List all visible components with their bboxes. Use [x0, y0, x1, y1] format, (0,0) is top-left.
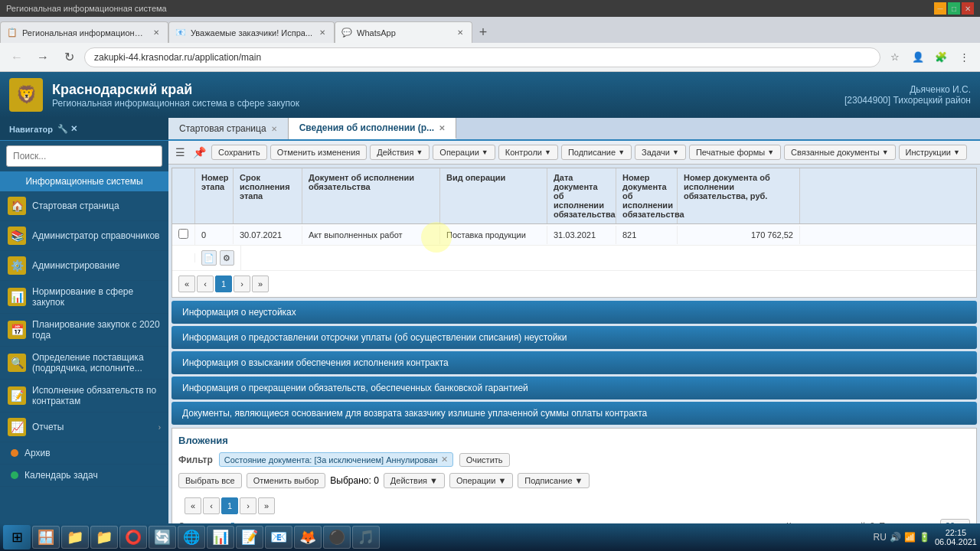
account-button[interactable]: 👤: [908, 47, 928, 67]
sidebar-item-contracts[interactable]: 📝 Исполнение обязательств по контрактам: [0, 380, 168, 412]
tab-close-1[interactable]: ✕: [151, 28, 162, 38]
filter-clear-button[interactable]: Очистить: [459, 453, 510, 467]
toolbar-linked-button[interactable]: Связанные документы ▼: [784, 145, 895, 160]
att-signing-button[interactable]: Подписание ▼: [518, 473, 590, 488]
taskbar-app-10[interactable]: 🦊: [294, 526, 322, 549]
close-button[interactable]: ✕: [962, 2, 974, 15]
minimize-button[interactable]: ─: [934, 2, 946, 15]
sidebar-item-supplier[interactable]: 🔍 Определение поставщика (подрядчика, ис…: [0, 347, 168, 380]
page-last[interactable]: »: [252, 276, 269, 292]
row-doc-icon[interactable]: 📄: [201, 250, 217, 266]
tab-3[interactable]: 💬 WhatsApp ✕: [335, 21, 472, 43]
menu-button[interactable]: ⋮: [954, 47, 974, 67]
tab-close-3[interactable]: ✕: [455, 28, 466, 38]
toolbar-print-arrow: ▼: [767, 148, 774, 156]
taskbar-app-9[interactable]: 📧: [265, 526, 292, 549]
att-page-last[interactable]: »: [258, 497, 275, 514]
sidebar-item-admin[interactable]: ⚙️ Администрирование: [0, 251, 168, 281]
extensions-button[interactable]: 🧩: [931, 47, 951, 67]
taskbar-start-button[interactable]: ⊞: [3, 525, 31, 549]
new-tab-button[interactable]: +: [472, 21, 494, 43]
tab-close-2[interactable]: ✕: [317, 28, 328, 38]
att-page-first[interactable]: «: [185, 497, 201, 514]
toolbar-cancel-button[interactable]: Отменить изменения: [270, 145, 368, 160]
sidebar-header-icons: 🔧 ✕: [57, 124, 77, 134]
att-page-prev[interactable]: ‹: [203, 497, 220, 514]
att-operations-arrow: ▼: [498, 476, 506, 485]
sidebar-item-start[interactable]: 🏠 Стартовая страница: [0, 191, 168, 221]
bookmark-button[interactable]: ☆: [885, 47, 905, 67]
tab-start-close[interactable]: ✕: [271, 125, 277, 133]
section-termination[interactable]: Информация о прекращении обязательств, о…: [172, 377, 977, 399]
section-docs-return[interactable]: Документы, являющиеся основанием для воз…: [172, 402, 977, 425]
td-exec-doc: Акт выполненных работ: [302, 226, 440, 244]
toolbar-instructions-button[interactable]: Инструкции ▼: [899, 145, 967, 160]
app-logo: 🦁: [9, 78, 43, 112]
maximize-button[interactable]: □: [948, 2, 960, 15]
taskbar-app-8[interactable]: 📝: [236, 526, 263, 549]
refresh-button[interactable]: ↻: [58, 47, 80, 68]
filter-label: Фильтр: [178, 455, 213, 465]
sidebar-icon-admin-ref: 📚: [8, 227, 26, 245]
sidebar-icon-reports: 📈: [8, 418, 26, 436]
window-controls: ─ □ ✕: [934, 2, 974, 15]
taskbar-app-5[interactable]: 🔄: [149, 526, 176, 549]
tab-2[interactable]: 📧 Уважаемые заказчики! Испра... ✕: [168, 21, 335, 43]
page-next[interactable]: ›: [234, 276, 250, 292]
taskbar-app-4[interactable]: ⭕: [119, 526, 147, 549]
tab-start-page[interactable]: Стартовая страница ✕: [168, 118, 289, 139]
att-page-next[interactable]: ›: [240, 497, 256, 514]
taskbar-app-12[interactable]: 🎵: [352, 526, 380, 549]
sidebar-item-calendar[interactable]: Календарь задач: [0, 465, 168, 487]
taskbar-icon-10: 🦊: [299, 529, 316, 546]
att-actions-button[interactable]: Действия ▼: [384, 473, 445, 488]
section-recovery[interactable]: Информация о взыскании обеспечения испол…: [172, 351, 977, 374]
filter-tag-close-icon[interactable]: ✕: [441, 455, 448, 465]
taskbar-app-6[interactable]: 🌐: [178, 526, 205, 549]
tab-execution-close[interactable]: ✕: [439, 124, 445, 132]
main-table: Номер этапа Срок исполнения этапа Докуме…: [172, 168, 977, 298]
att-operations-button[interactable]: Операции ▼: [449, 473, 513, 488]
row-checkbox[interactable]: [178, 229, 188, 239]
toolbar-tasks-button[interactable]: Задачи ▼: [635, 145, 686, 160]
sidebar-label-start: Стартовая страница: [32, 201, 119, 211]
sidebar-item-reports[interactable]: 📈 Отчеты ›: [0, 412, 168, 442]
taskbar-app-2[interactable]: 📁: [61, 526, 89, 549]
sidebar-search-input[interactable]: [6, 145, 162, 167]
taskbar-app-11[interactable]: ⚫: [323, 526, 351, 549]
tab-1[interactable]: 📋 Региональная информационна... ✕: [0, 21, 168, 43]
section-deferral[interactable]: Информация о предоставлении отсрочки упл…: [172, 326, 977, 349]
att-select-all-button[interactable]: Выбрать все: [178, 473, 242, 488]
forward-button[interactable]: →: [32, 47, 54, 68]
page-prev[interactable]: ‹: [197, 276, 214, 292]
address-bar[interactable]: zakupki-44.krasnodar.ru/application/main: [84, 47, 880, 67]
taskbar-app-1[interactable]: 🪟: [32, 526, 60, 549]
sidebar-item-admin-ref[interactable]: 📚 Администратор справочников: [0, 221, 168, 251]
back-button[interactable]: ←: [6, 47, 28, 68]
sidebar-item-norming[interactable]: 📊 Нормирование в сфере закупок: [0, 281, 168, 314]
page-first[interactable]: «: [178, 276, 195, 292]
toolbar-pin-btn[interactable]: 📌: [191, 144, 208, 161]
app-user: Дьяченко И.С. [23044900] Тихорецкий райо…: [844, 84, 971, 106]
sidebar-item-planning[interactable]: 📅 Планирование закупок с 2020 года: [0, 314, 168, 347]
row-settings-icon[interactable]: ⚙: [220, 250, 235, 266]
att-page-current[interactable]: 1: [221, 497, 238, 514]
page-current[interactable]: 1: [215, 276, 232, 292]
toolbar-actions-button[interactable]: Действия ▼: [370, 145, 430, 160]
sidebar-item-archive[interactable]: Архив: [0, 442, 168, 465]
tab-execution[interactable]: Сведения об исполнении (р... ✕: [289, 118, 456, 139]
toolbar-save-button[interactable]: Сохранить: [211, 145, 267, 160]
taskbar-app-3[interactable]: 📁: [90, 526, 118, 549]
sidebar-icon-norming: 📊: [8, 288, 26, 306]
section-penalties[interactable]: Информация о неустойках: [172, 301, 977, 324]
att-actions-arrow: ▼: [430, 476, 438, 485]
att-cancel-selection-button[interactable]: Отменить выбор: [247, 473, 326, 488]
toolbar-menu-btn[interactable]: ☰: [173, 144, 188, 161]
taskbar-app-7[interactable]: 📊: [207, 526, 234, 549]
toolbar-controls-button[interactable]: Контроли ▼: [498, 145, 558, 160]
toolbar-operations-button[interactable]: Операции ▼: [433, 145, 495, 160]
user-name: Дьяченко И.С.: [844, 84, 971, 95]
toolbar-signing-button[interactable]: Подписание ▼: [561, 145, 632, 160]
taskbar-icon-12: 🎵: [358, 529, 374, 546]
toolbar-print-button[interactable]: Печатные формы ▼: [689, 145, 781, 160]
